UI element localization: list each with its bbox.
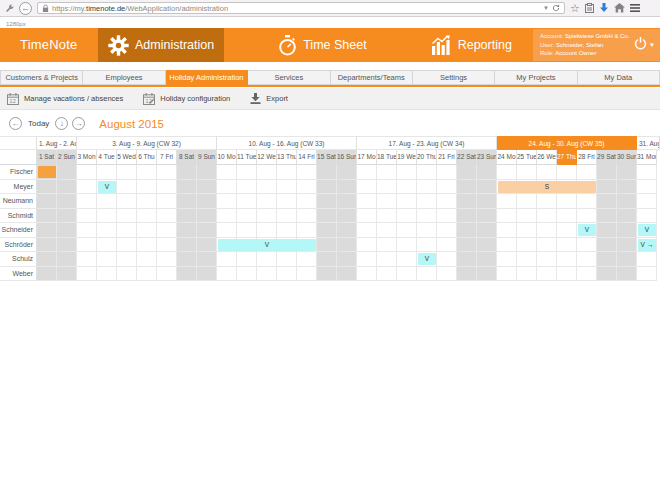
day-cell[interactable]: [457, 267, 477, 282]
day-cell[interactable]: [577, 267, 597, 282]
tab-departments-teams[interactable]: Departments/Teams: [331, 70, 413, 85]
day-cell[interactable]: [217, 165, 237, 180]
day-cell[interactable]: [77, 194, 97, 209]
day-cell[interactable]: [297, 209, 317, 224]
day-cell[interactable]: [337, 209, 357, 224]
day-cell[interactable]: [57, 267, 77, 282]
day-cell[interactable]: [417, 267, 437, 282]
day-cell[interactable]: [457, 180, 477, 195]
day-cell[interactable]: [217, 267, 237, 282]
day-cell[interactable]: [197, 180, 217, 195]
day-cell[interactable]: [517, 165, 537, 180]
day-cell[interactable]: [317, 209, 337, 224]
day-cell[interactable]: [37, 194, 57, 209]
day-cell[interactable]: [77, 252, 97, 267]
day-cell[interactable]: [157, 238, 177, 253]
day-cell[interactable]: [37, 252, 57, 267]
day-cell[interactable]: [137, 165, 157, 180]
day-cell[interactable]: [137, 180, 157, 195]
day-cell[interactable]: [397, 252, 417, 267]
vacation-event[interactable]: V: [98, 181, 116, 193]
vacation-event[interactable]: V→: [638, 239, 656, 251]
day-cell[interactable]: [177, 180, 197, 195]
day-cell[interactable]: [597, 165, 617, 180]
day-cell[interactable]: [157, 267, 177, 282]
day-cell[interactable]: [357, 267, 377, 282]
day-cell[interactable]: [277, 209, 297, 224]
day-cell[interactable]: [177, 209, 197, 224]
main-nav-time-sheet[interactable]: Time Sheet: [268, 28, 376, 62]
day-cell[interactable]: [377, 223, 397, 238]
day-cell[interactable]: [517, 238, 537, 253]
day-cell[interactable]: [557, 223, 577, 238]
day-cell[interactable]: [217, 209, 237, 224]
day-cell[interactable]: [237, 252, 257, 267]
day-cell[interactable]: [577, 194, 597, 209]
day-cell[interactable]: [457, 165, 477, 180]
day-cell[interactable]: [317, 223, 337, 238]
day-cell[interactable]: [377, 267, 397, 282]
day-cell[interactable]: [97, 252, 117, 267]
today-button[interactable]: Today: [28, 119, 49, 128]
day-cell[interactable]: [537, 194, 557, 209]
day-cell[interactable]: [297, 194, 317, 209]
day-cell[interactable]: [437, 165, 457, 180]
day-cell[interactable]: [177, 165, 197, 180]
reload-icon[interactable]: [552, 4, 560, 12]
day-cell[interactable]: [317, 180, 337, 195]
day-cell[interactable]: [597, 223, 617, 238]
day-cell[interactable]: [477, 194, 497, 209]
day-cell[interactable]: [57, 180, 77, 195]
day-cell[interactable]: [137, 223, 157, 238]
day-cell[interactable]: [397, 180, 417, 195]
day-cell[interactable]: [137, 209, 157, 224]
day-cell[interactable]: [197, 165, 217, 180]
expand-period-button[interactable]: ↓: [55, 117, 68, 130]
day-cell[interactable]: [337, 180, 357, 195]
vacation-event[interactable]: V: [578, 224, 596, 236]
day-cell[interactable]: [497, 209, 517, 224]
day-cell[interactable]: [297, 223, 317, 238]
day-cell[interactable]: [117, 180, 137, 195]
prev-period-button[interactable]: ←: [9, 117, 22, 130]
day-cell[interactable]: [177, 252, 197, 267]
day-cell[interactable]: [637, 252, 657, 267]
day-cell[interactable]: [37, 209, 57, 224]
day-cell[interactable]: [337, 267, 357, 282]
day-cell[interactable]: [617, 194, 637, 209]
day-cell[interactable]: [617, 165, 637, 180]
tab-holiday-administration[interactable]: Holiday Administration: [166, 70, 248, 85]
day-cell[interactable]: [357, 180, 377, 195]
tab-my-projects[interactable]: My Projects: [495, 70, 577, 85]
day-cell[interactable]: [397, 165, 417, 180]
day-cell[interactable]: [497, 194, 517, 209]
day-cell[interactable]: [77, 238, 97, 253]
day-cell[interactable]: [417, 209, 437, 224]
day-cell[interactable]: [117, 223, 137, 238]
day-cell[interactable]: [257, 194, 277, 209]
day-cell[interactable]: [197, 267, 217, 282]
day-cell[interactable]: [137, 252, 157, 267]
day-cell[interactable]: [177, 223, 197, 238]
back-button[interactable]: ←: [19, 2, 32, 15]
day-cell[interactable]: [257, 180, 277, 195]
day-cell[interactable]: [417, 180, 437, 195]
day-cell[interactable]: [497, 238, 517, 253]
day-cell[interactable]: [457, 238, 477, 253]
day-cell[interactable]: [537, 252, 557, 267]
day-cell[interactable]: [57, 252, 77, 267]
home-icon[interactable]: [614, 3, 625, 13]
day-cell[interactable]: [277, 223, 297, 238]
day-cell[interactable]: [417, 238, 437, 253]
day-cell[interactable]: [497, 252, 517, 267]
day-cell[interactable]: [357, 223, 377, 238]
day-cell[interactable]: [97, 209, 117, 224]
day-cell[interactable]: [617, 209, 637, 224]
day-cell[interactable]: [437, 209, 457, 224]
day-cell[interactable]: [537, 165, 557, 180]
sickness-event[interactable]: S: [498, 181, 596, 193]
day-cell[interactable]: [57, 238, 77, 253]
day-cell[interactable]: [277, 252, 297, 267]
url-bar[interactable]: https://my.timenote.de/WebApplication/ad…: [37, 2, 565, 14]
day-cell[interactable]: [297, 180, 317, 195]
